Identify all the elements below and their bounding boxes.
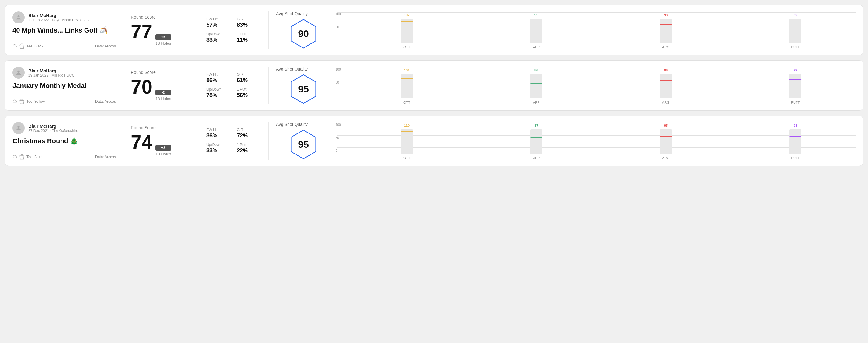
bar-container [401, 19, 413, 43]
stats-grid: FW Hit 36% GIR 72% Up/Down 33% 1 Putt 22… [207, 128, 261, 154]
bar-top-value: 110 [404, 124, 409, 127]
y-axis: 100 50 0 [336, 12, 341, 42]
bar-container [530, 74, 542, 98]
bar-top-value: 95 [664, 124, 668, 127]
bar-top-value: 93 [794, 124, 797, 127]
round-title: 40 Mph Winds... Links Golf 🪃 [12, 27, 116, 34]
score-number: 74 [131, 132, 152, 152]
score-meta: +5 18 Holes [155, 34, 171, 45]
svg-point-3 [17, 70, 20, 73]
stats-grid: FW Hit 57% GIR 83% Up/Down 33% 1 Putt 11… [207, 17, 261, 43]
chart-bar-group-arg: 96 ARG [606, 68, 726, 104]
quality-section: Avg Shot Quality 95 [276, 122, 331, 160]
holes-label: 18 Holes [155, 41, 171, 45]
gir-label: GIR [237, 17, 261, 21]
avg-shot-label: Avg Shot Quality [276, 67, 308, 71]
user-info: Blair McHarg 29 Jan 2022 · Mill Ride GCC [12, 67, 116, 79]
score-number: 70 [131, 77, 152, 97]
avg-shot-score: 95 [298, 139, 309, 150]
divider-2 [199, 122, 199, 160]
data-source: Data: Arccos [95, 99, 116, 104]
oneputt-label: 1 Putt [237, 143, 261, 147]
bar-chart: 110 OTT 87 APP 95 ARG 93 [347, 123, 856, 160]
y-axis: 100 50 0 [336, 68, 341, 97]
chart-bar-group-putt: 99 PUTT [735, 68, 856, 104]
bar-line [401, 21, 413, 22]
y-label-50: 50 [336, 136, 341, 139]
bar-x-label: APP [533, 45, 540, 49]
bar-x-label: PUTT [791, 101, 800, 104]
score-number: 77 [131, 22, 152, 41]
stats-section: FW Hit 36% GIR 72% Up/Down 33% 1 Putt 22… [207, 122, 261, 160]
bar-container [530, 19, 542, 43]
bar-x-label: ARG [662, 45, 670, 49]
avg-shot-label: Avg Shot Quality [276, 122, 308, 127]
y-label-0: 0 [336, 94, 341, 97]
bar-line [530, 83, 542, 84]
fw-hit-value: 86% [207, 77, 231, 84]
chart-bar-group-ott: 107 OTT [347, 13, 467, 49]
divider-3 [269, 67, 269, 104]
bar-line [789, 79, 801, 80]
tee-info: Tee: Yellow [12, 99, 45, 104]
round-card: Blair McHarg 27 Dec 2021 · The Oxfordshi… [5, 116, 863, 166]
avg-shot-label: Avg Shot Quality [276, 11, 308, 16]
bar-container [660, 129, 672, 154]
fw-hit-label: FW Hit [207, 72, 231, 76]
score-row: 77 +5 18 Holes [131, 22, 191, 45]
user-info: Blair McHarg 12 Feb 2022 · Royal North D… [12, 11, 116, 23]
bar-line [660, 136, 672, 136]
bar-container [789, 74, 801, 98]
user-info: Blair McHarg 27 Dec 2021 · The Oxfordshi… [12, 122, 116, 134]
oneputt-value: 11% [237, 37, 261, 43]
tee-info: Tee: Black [12, 43, 43, 49]
cloud-icon [12, 44, 17, 49]
fw-hit-value: 36% [207, 132, 231, 139]
bar-line [660, 24, 672, 25]
user-name: Blair McHarg [28, 13, 89, 18]
y-label-100: 100 [336, 123, 341, 126]
round-title: January Monthly Medal [12, 82, 116, 90]
avatar [12, 122, 25, 134]
divider-3 [269, 122, 269, 160]
bar-x-label: PUTT [791, 45, 800, 49]
bar-x-label: APP [533, 156, 540, 160]
fw-hit-label: FW Hit [207, 128, 231, 132]
y-label-100: 100 [336, 68, 341, 71]
updown-stat: Up/Down 33% [207, 32, 231, 43]
fw-hit-stat: FW Hit 36% [207, 128, 231, 139]
y-axis: 100 50 0 [336, 123, 341, 152]
bar-line [789, 136, 801, 137]
data-source: Data: Arccos [95, 44, 116, 48]
round-card: Blair McHarg 12 Feb 2022 · Royal North D… [5, 5, 863, 55]
y-label-100: 100 [336, 12, 341, 16]
updown-label: Up/Down [207, 143, 231, 147]
bar-top-value: 96 [664, 68, 668, 72]
bar-top-value: 86 [534, 68, 538, 72]
hexagon-wrapper: 95 [288, 129, 319, 160]
score-section: Round Score 70 -2 18 Holes [131, 67, 191, 104]
chart-bar-group-putt: 82 PUTT [735, 13, 856, 49]
chart-section: 100 50 0 110 OTT 87 [331, 122, 856, 160]
bar-top-value: 101 [404, 68, 409, 72]
hexagon-wrapper: 90 [288, 19, 319, 49]
bar-x-label: ARG [662, 156, 670, 160]
svg-point-0 [17, 15, 20, 17]
user-date: 12 Feb 2022 · Royal North Devon GC [28, 18, 89, 22]
tee-label: Tee: Blue [26, 155, 42, 159]
bar-container [660, 19, 672, 43]
bar-x-label: OTT [403, 101, 410, 104]
cloud-icon [12, 99, 17, 104]
bar-top-value: 82 [794, 13, 797, 17]
bar-top-value: 95 [534, 13, 538, 17]
round-score-label: Round Score [131, 70, 191, 75]
chart-bar-group-putt: 93 PUTT [735, 124, 856, 160]
avatar [12, 11, 25, 23]
oneputt-stat: 1 Putt 22% [237, 143, 261, 154]
bar-chart: 107 OTT 95 APP 98 ARG 82 [347, 12, 856, 49]
chart-bar-group-arg: 98 ARG [606, 13, 726, 49]
divider-2 [199, 67, 199, 104]
chart-bar-group-app: 87 APP [476, 124, 596, 160]
user-details: Blair McHarg 27 Dec 2021 · The Oxfordshi… [28, 123, 78, 133]
bar-x-label: OTT [403, 45, 410, 49]
